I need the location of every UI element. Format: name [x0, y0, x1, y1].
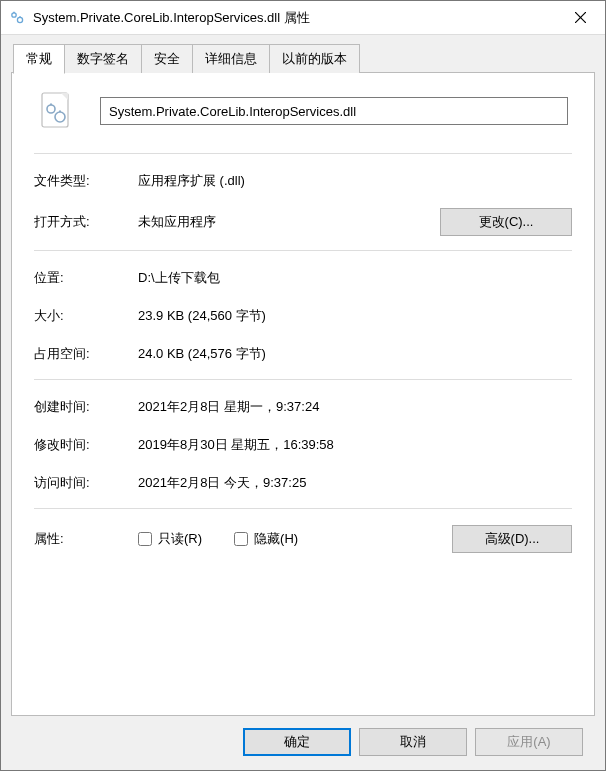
accessed-value: 2021年2月8日 今天，9:37:25: [138, 474, 572, 492]
hidden-checkbox[interactable]: 隐藏(H): [234, 530, 298, 548]
accessed-label: 访问时间:: [34, 474, 138, 492]
app-icon: [9, 10, 25, 26]
attributes-label: 属性:: [34, 530, 138, 548]
readonly-checkbox-label: 只读(R): [158, 530, 202, 548]
size-value: 23.9 KB (24,560 字节): [138, 307, 572, 325]
tabstrip: 常规 数字签名 安全 详细信息 以前的版本: [13, 43, 595, 73]
separator: [34, 153, 572, 154]
svg-rect-0: [9, 10, 25, 26]
close-button[interactable]: [557, 2, 603, 34]
openwith-label: 打开方式:: [34, 213, 138, 231]
dialog-footer: 确定 取消 应用(A): [11, 716, 595, 770]
window-title: System.Private.CoreLib.InteropServices.d…: [33, 9, 557, 27]
tab-details[interactable]: 详细信息: [192, 44, 270, 73]
sizeondisk-value: 24.0 KB (24,576 字节): [138, 345, 572, 363]
change-button[interactable]: 更改(C)...: [440, 208, 572, 236]
modified-label: 修改时间:: [34, 436, 138, 454]
separator: [34, 250, 572, 251]
tab-signatures[interactable]: 数字签名: [64, 44, 142, 73]
cancel-button[interactable]: 取消: [359, 728, 467, 756]
svg-rect-4: [19, 16, 21, 17]
hidden-checkbox-label: 隐藏(H): [254, 530, 298, 548]
created-label: 创建时间:: [34, 398, 138, 416]
size-label: 大小:: [34, 307, 138, 325]
ok-button[interactable]: 确定: [243, 728, 351, 756]
filetype-value: 应用程序扩展 (.dll): [138, 172, 572, 190]
readonly-checkbox-input[interactable]: [138, 532, 152, 546]
tab-security[interactable]: 安全: [141, 44, 193, 73]
svg-rect-3: [13, 11, 15, 12]
tab-general[interactable]: 常规: [13, 44, 65, 74]
readonly-checkbox[interactable]: 只读(R): [138, 530, 202, 548]
separator: [34, 379, 572, 380]
file-icon: [36, 91, 76, 131]
openwith-value: 未知应用程序: [138, 213, 440, 231]
location-label: 位置:: [34, 269, 138, 287]
created-value: 2021年2月8日 星期一，9:37:24: [138, 398, 572, 416]
svg-rect-12: [59, 111, 61, 113]
modified-value: 2019年8月30日 星期五，16:39:58: [138, 436, 572, 454]
tab-panel-general: 文件类型: 应用程序扩展 (.dll) 打开方式: 未知应用程序 更改(C)..…: [11, 72, 595, 716]
tab-previous[interactable]: 以前的版本: [269, 44, 360, 73]
titlebar: System.Private.CoreLib.InteropServices.d…: [1, 1, 605, 35]
separator: [34, 508, 572, 509]
apply-button: 应用(A): [475, 728, 583, 756]
filetype-label: 文件类型:: [34, 172, 138, 190]
svg-rect-11: [50, 104, 52, 106]
hidden-checkbox-input[interactable]: [234, 532, 248, 546]
dialog-body: 常规 数字签名 安全 详细信息 以前的版本: [1, 35, 605, 770]
sizeondisk-label: 占用空间:: [34, 345, 138, 363]
location-value: D:\上传下载包: [138, 269, 572, 287]
properties-dialog: System.Private.CoreLib.InteropServices.d…: [0, 0, 606, 771]
filename-input[interactable]: [100, 97, 568, 125]
advanced-button[interactable]: 高级(D)...: [452, 525, 572, 553]
